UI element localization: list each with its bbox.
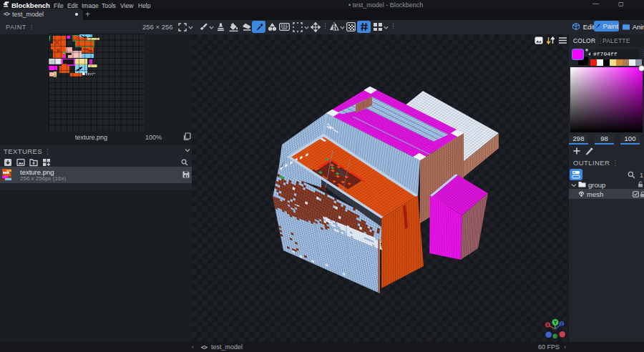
svg-text:Y: Y <box>554 320 557 325</box>
svg-text:X: X <box>546 323 549 327</box>
svg-text:Z: Z <box>560 322 563 326</box>
